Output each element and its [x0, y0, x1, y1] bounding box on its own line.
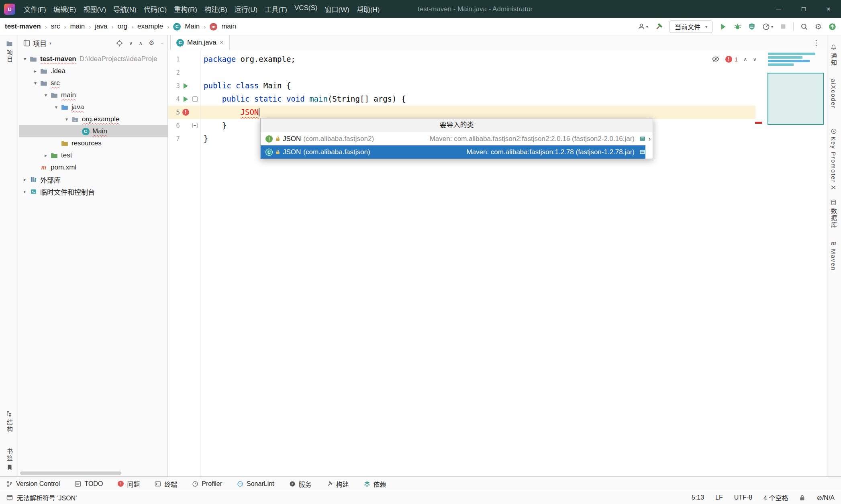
- event-log-icon[interactable]: [6, 494, 13, 501]
- tree-item-test[interactable]: ▸ test: [19, 149, 167, 161]
- build-hammer-icon[interactable]: [655, 23, 663, 31]
- encoding-widget[interactable]: UTF-8: [734, 494, 752, 501]
- line-separator-widget[interactable]: LF: [715, 494, 723, 501]
- next-error-icon[interactable]: ∨: [753, 56, 757, 62]
- breadcrumb-org[interactable]: org: [117, 22, 127, 31]
- tree-item-test-maven[interactable]: ▾ test-maven D:\IdeaProjects\IdeaProje: [19, 53, 167, 65]
- breadcrumb-java[interactable]: java: [95, 22, 107, 31]
- memory-indicator[interactable]: ⊘/N/A: [817, 494, 835, 502]
- menu-vcs[interactable]: VCS(S): [291, 2, 321, 16]
- tool-stripe-todo[interactable]: TODO: [75, 480, 103, 488]
- code-editor[interactable]: 1 2 3 4− 5! 6− 7 package org.example; pu…: [168, 50, 826, 476]
- menu-window[interactable]: 窗口(W): [321, 2, 353, 16]
- menu-refactor[interactable]: 重构(R): [170, 2, 201, 16]
- tree-item-pom-xml[interactable]: m pom.xml: [19, 161, 167, 173]
- tool-stripe-aixcoder[interactable]: aiXcoder: [826, 79, 841, 109]
- breadcrumb-class-main[interactable]: Main: [185, 22, 200, 31]
- menu-navigate[interactable]: 导航(N): [110, 2, 140, 16]
- run-button[interactable]: [719, 23, 727, 31]
- locate-file-icon[interactable]: [116, 40, 123, 47]
- code-token-error[interactable]: JSON: [241, 108, 259, 116]
- tab-options-icon[interactable]: ⋮: [812, 38, 820, 47]
- tool-stripe-profiler[interactable]: Profiler: [192, 480, 222, 488]
- chevron-right-icon[interactable]: ▸: [21, 189, 29, 194]
- chevron-down-icon[interactable]: ▾: [52, 104, 60, 110]
- tool-stripe-database[interactable]: 数据库: [826, 199, 841, 229]
- user-account-icon[interactable]: ▾: [638, 23, 648, 30]
- chevron-right-icon[interactable]: ▸: [21, 177, 29, 182]
- hide-panel-icon[interactable]: −: [160, 40, 163, 46]
- fold-region-icon[interactable]: −: [192, 96, 198, 102]
- close-button[interactable]: ×: [816, 0, 841, 18]
- chevron-down-icon[interactable]: ▾: [63, 116, 71, 122]
- code-minimap[interactable]: [765, 50, 826, 129]
- menu-help[interactable]: 帮助(H): [353, 2, 384, 16]
- tool-stripe-bookmarks[interactable]: 书签: [0, 448, 19, 471]
- run-main-icon[interactable]: [184, 96, 188, 102]
- run-class-icon[interactable]: [184, 83, 188, 89]
- chevron-down-icon[interactable]: ▾: [21, 56, 29, 62]
- breadcrumb-example[interactable]: example: [137, 22, 163, 31]
- error-marker-icon[interactable]: !: [182, 109, 189, 116]
- previous-error-icon[interactable]: ∧: [743, 56, 747, 62]
- minimize-button[interactable]: ─: [766, 0, 791, 18]
- search-everywhere-icon[interactable]: [800, 23, 808, 31]
- close-tab-icon[interactable]: ×: [220, 39, 224, 47]
- debug-button[interactable]: [734, 23, 741, 31]
- breadcrumb-method-main[interactable]: main: [221, 22, 236, 31]
- tree-item-scratches[interactable]: ▸ 临时文件和控制台: [19, 186, 167, 198]
- caret-position-widget[interactable]: 5:13: [692, 494, 704, 501]
- import-option-fastjson[interactable]: C JSON (com.alibaba.fastjson) Maven: com…: [261, 145, 645, 159]
- tree-item-src[interactable]: ▾ src: [19, 77, 167, 89]
- stop-button[interactable]: [780, 23, 786, 30]
- tree-item-resources[interactable]: resources: [19, 137, 167, 149]
- tree-item-main-dir[interactable]: ▾ main: [19, 89, 167, 101]
- menu-view[interactable]: 视图(V): [80, 2, 110, 16]
- tool-stripe-problems[interactable]: ! 问题: [118, 479, 140, 489]
- indent-widget[interactable]: 4 个空格: [763, 493, 788, 502]
- tool-stripe-notifications[interactable]: 通知: [826, 44, 841, 66]
- breadcrumb-src[interactable]: src: [51, 22, 60, 31]
- tool-stripe-structure[interactable]: 结构: [0, 410, 19, 433]
- tool-stripe-build[interactable]: 构建: [327, 479, 349, 489]
- breadcrumb-project[interactable]: test-maven: [5, 22, 41, 31]
- code-line[interactable]: JSON: [200, 106, 826, 119]
- collapse-all-icon[interactable]: ∧: [139, 40, 143, 46]
- code-line[interactable]: public class Main {: [200, 79, 826, 92]
- profiler-button[interactable]: ▾: [762, 23, 773, 31]
- menu-run[interactable]: 运行(U): [231, 2, 261, 16]
- error-count-badge[interactable]: ! 1: [725, 56, 738, 63]
- fold-region-icon[interactable]: −: [192, 123, 198, 128]
- tool-stripe-terminal[interactable]: 终端: [155, 479, 177, 489]
- error-stripe-mark[interactable]: [755, 122, 762, 124]
- tree-item-org-example[interactable]: ▾ org.example: [19, 113, 167, 125]
- menu-tools[interactable]: 工具(T): [261, 2, 291, 16]
- menu-code[interactable]: 代码(C): [140, 2, 171, 16]
- tool-stripe-maven[interactable]: m Maven: [826, 239, 841, 271]
- horizontal-scrollbar[interactable]: [20, 471, 121, 475]
- menu-file[interactable]: 文件(F): [20, 2, 50, 16]
- inspections-eye-icon[interactable]: [712, 55, 720, 63]
- run-configuration-selector[interactable]: 当前文件 ▾: [670, 20, 712, 33]
- tool-stripe-project[interactable]: 项目: [0, 40, 19, 63]
- submenu-arrow-icon[interactable]: ›: [649, 135, 651, 143]
- import-option-fastjson2[interactable]: I JSON (com.alibaba.fastjson2) Maven: co…: [261, 132, 645, 145]
- tool-stripe-key-promoter[interactable]: Key Promoter X: [826, 129, 841, 190]
- tool-stripe-dependencies[interactable]: 依赖: [364, 479, 386, 489]
- code-line[interactable]: public static void main(String[] args) {: [200, 92, 826, 106]
- tree-item-main-class[interactable]: C Main: [19, 125, 167, 137]
- project-panel-title[interactable]: 项目: [33, 38, 47, 48]
- tool-stripe-services[interactable]: 服务: [289, 479, 312, 489]
- editor-tab-main-java[interactable]: C Main.java ×: [170, 35, 230, 50]
- maximize-button[interactable]: □: [791, 0, 816, 18]
- breadcrumb-main-dir[interactable]: main: [70, 22, 85, 31]
- chevron-down-icon[interactable]: ▾: [31, 80, 39, 86]
- tool-stripe-sonarlint[interactable]: SonarLint: [237, 480, 274, 488]
- settings-gear-icon[interactable]: ⚙: [815, 23, 822, 31]
- update-indicator-icon[interactable]: [829, 23, 836, 31]
- coverage-button[interactable]: [748, 23, 755, 30]
- chevron-down-icon[interactable]: ▾: [42, 92, 50, 98]
- menu-edit[interactable]: 编辑(E): [50, 2, 80, 16]
- menu-build[interactable]: 构建(B): [201, 2, 231, 16]
- tool-stripe-version-control[interactable]: Version Control: [6, 480, 60, 488]
